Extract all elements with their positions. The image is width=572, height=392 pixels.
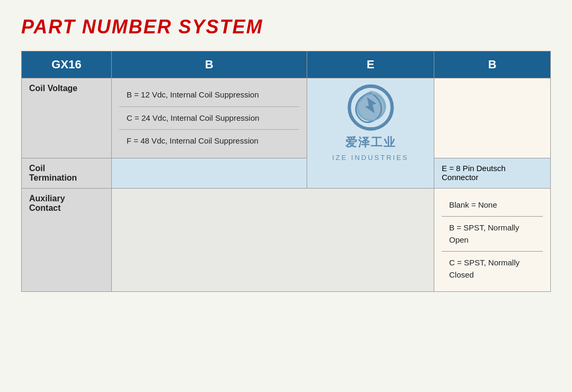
auxiliary-contact-options: Blank = None B = SPST, Normally Open C =…: [442, 194, 543, 287]
coil-voltage-option-f: F = 48 Vdc, Internal Coil Suppression: [119, 130, 299, 153]
coil-voltage-options-cell: B = 12 Vdc, Internal Coil Suppression C …: [112, 78, 307, 158]
header-col1: GX16: [22, 51, 112, 78]
ize-logo-svg: [347, 84, 395, 131]
table-header-row: GX16 B E B: [22, 51, 551, 78]
auxiliary-contact-options-cell: Blank = None B = SPST, Normally Open C =…: [434, 188, 551, 292]
page-title: PART NUMBER SYSTEM: [21, 16, 551, 38]
coil-termination-row: CoilTermination E = 8 Pin Deutsch Connec…: [22, 158, 551, 188]
watermark-cell: 爱泽工业 IZE INDUSTRIES: [307, 78, 434, 189]
page-container: PART NUMBER SYSTEM GX16 B E B Coil Volta…: [0, 0, 572, 392]
auxiliary-contact-row: AuxiliaryContact Blank = None B = SPST, …: [22, 188, 551, 292]
coil-termination-last-col: E = 8 Pin Deutsch Connector: [434, 158, 551, 188]
coil-voltage-option-b: B = 12 Vdc, Internal Coil Suppression: [119, 84, 299, 107]
coil-voltage-last-col: [434, 78, 551, 158]
part-number-table: GX16 B E B Coil Voltage B = 12 Vdc, Inte…: [21, 51, 551, 292]
coil-voltage-options: B = 12 Vdc, Internal Coil Suppression C …: [119, 84, 299, 153]
watermark-text-en: IZE INDUSTRIES: [332, 154, 409, 162]
header-col2: B: [112, 51, 307, 78]
watermark-logo: 爱泽工业 IZE INDUSTRIES: [315, 84, 426, 162]
auxiliary-contact-label: AuxiliaryContact: [22, 188, 112, 292]
aux-option-blank: Blank = None: [442, 194, 543, 217]
header-col4: B: [434, 51, 551, 78]
watermark-text-cn: 爱泽工业: [345, 135, 396, 150]
header-col3: E: [307, 51, 434, 78]
coil-termination-label: CoilTermination: [22, 158, 112, 188]
aux-option-b: B = SPST, Normally Open: [442, 217, 543, 252]
aux-option-c: C = SPST, Normally Closed: [442, 252, 543, 286]
coil-voltage-label: Coil Voltage: [22, 78, 112, 158]
coil-voltage-option-c: C = 24 Vdc, Internal Coil Suppression: [119, 107, 299, 130]
auxiliary-contact-span-cell: [112, 188, 434, 292]
coil-termination-b-cell: [112, 158, 307, 188]
coil-voltage-row: Coil Voltage B = 12 Vdc, Internal Coil S…: [22, 78, 551, 158]
